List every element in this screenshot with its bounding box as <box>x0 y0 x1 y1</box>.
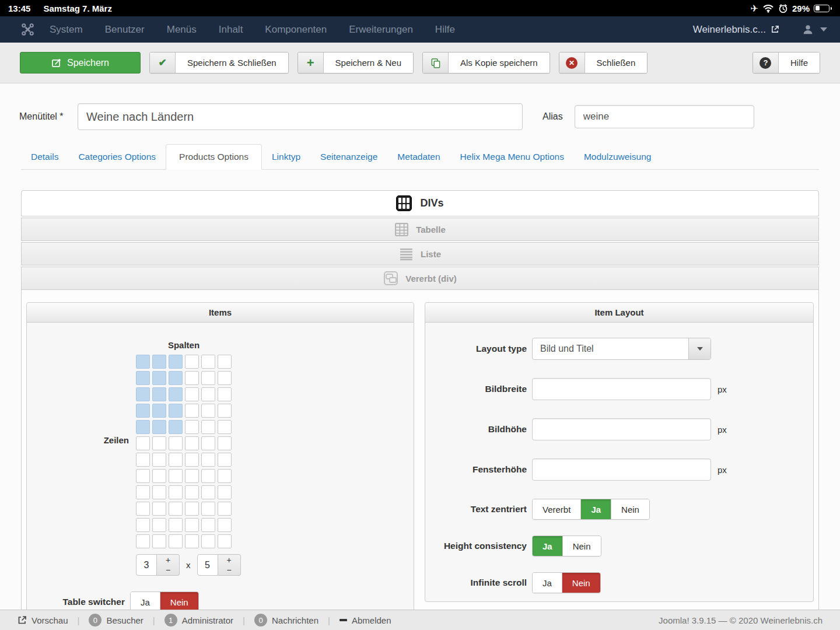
grid-cell-r4-c6[interactable] <box>218 404 232 418</box>
table-switcher-ja-button[interactable]: Ja <box>131 592 160 612</box>
rows-decrement-button[interactable]: − <box>218 565 240 576</box>
nav-item-system[interactable]: System <box>50 24 83 36</box>
text-zentriert-ja-button[interactable]: Ja <box>581 499 611 519</box>
grid-cell-r3-c5[interactable] <box>201 387 215 401</box>
logout-link[interactable]: Abmelden <box>340 615 391 625</box>
rows-increment-button[interactable]: + <box>218 555 240 565</box>
height-consistency-ja-button[interactable]: Ja <box>533 536 563 556</box>
help-button[interactable]: ? Hilfe <box>752 52 820 74</box>
grid-cell-r6-c6[interactable] <box>218 436 232 450</box>
grid-cell-r8-c2[interactable] <box>152 469 166 483</box>
rows-value-input[interactable] <box>197 554 218 576</box>
infinite-scroll-nein-button[interactable]: Nein <box>562 573 600 593</box>
grid-cell-r7-c6[interactable] <box>218 453 232 467</box>
user-menu[interactable] <box>802 23 827 36</box>
tab-linktyp[interactable]: Linktyp <box>262 145 310 169</box>
grid-cell-r9-c1[interactable] <box>136 485 150 499</box>
nav-item-menus[interactable]: Menüs <box>167 24 197 36</box>
nav-item-benutzer[interactable]: Benutzer <box>105 24 145 36</box>
grid-cell-r11-c4[interactable] <box>185 518 199 532</box>
grid-cell-r10-c2[interactable] <box>152 502 166 516</box>
grid-cell-r1-c1[interactable] <box>136 355 150 369</box>
grid-cell-r1-c6[interactable] <box>218 355 232 369</box>
grid-cell-r11-c6[interactable] <box>218 518 232 532</box>
text-zentriert-nein-button[interactable]: Nein <box>611 499 649 519</box>
grid-cell-r10-c3[interactable] <box>169 502 183 516</box>
grid-cell-r2-c4[interactable] <box>185 371 199 385</box>
grid-cell-r5-c6[interactable] <box>218 420 232 434</box>
fensterhoehe-input[interactable] <box>532 459 711 481</box>
grid-cell-r8-c5[interactable] <box>201 469 215 483</box>
layout-type-select[interactable]: Bild und Titel <box>532 338 711 360</box>
grid-cell-r2-c6[interactable] <box>218 371 232 385</box>
messages-link[interactable]: 0 Nachrichten <box>254 614 318 626</box>
table-switcher-nein-button[interactable]: Nein <box>160 592 198 612</box>
grid-cell-r9-c2[interactable] <box>152 485 166 499</box>
grid-cell-r5-c2[interactable] <box>152 420 166 434</box>
grid-cell-r9-c3[interactable] <box>169 485 183 499</box>
grid-cell-r8-c1[interactable] <box>136 469 150 483</box>
grid-cell-r7-c1[interactable] <box>136 453 150 467</box>
tab-seitenanzeige[interactable]: Seitenanzeige <box>310 145 387 169</box>
grid-cell-r6-c4[interactable] <box>185 436 199 450</box>
columns-value-input[interactable] <box>136 554 157 576</box>
grid-cell-r12-c3[interactable] <box>169 534 183 548</box>
save-copy-button[interactable]: Als Kopie speichern <box>422 52 550 74</box>
text-zentriert-vererbt-button[interactable]: Vererbt <box>533 499 581 519</box>
grid-cell-r12-c6[interactable] <box>218 534 232 548</box>
nav-item-erweiterungen[interactable]: Erweiterungen <box>349 24 413 36</box>
save-close-button[interactable]: ✔ Speichern & Schließen <box>149 52 289 74</box>
grid-cell-r12-c2[interactable] <box>152 534 166 548</box>
accordion-tabelle[interactable]: Tabelle <box>21 218 819 241</box>
tab-helix-mega-menu-options[interactable]: Helix Mega Menu Options <box>450 145 574 169</box>
grid-cell-r3-c6[interactable] <box>218 387 232 401</box>
tab-details[interactable]: Details <box>21 145 68 169</box>
grid-cell-r1-c3[interactable] <box>169 355 183 369</box>
grid-cell-r12-c1[interactable] <box>136 534 150 548</box>
grid-cell-r10-c1[interactable] <box>136 502 150 516</box>
grid-cell-r6-c1[interactable] <box>136 436 150 450</box>
grid-cell-r7-c5[interactable] <box>201 453 215 467</box>
grid-cell-r2-c1[interactable] <box>136 371 150 385</box>
accordion-liste[interactable]: Liste <box>21 242 819 265</box>
grid-cell-r9-c4[interactable] <box>185 485 199 499</box>
grid-cell-r10-c4[interactable] <box>185 502 199 516</box>
preview-link[interactable]: Vorschau <box>18 615 68 625</box>
columns-decrement-button[interactable]: − <box>157 565 179 576</box>
tab-products-options[interactable]: Products Options <box>166 144 262 170</box>
grid-cell-r2-c5[interactable] <box>201 371 215 385</box>
save-button[interactable]: Speichern <box>20 52 141 74</box>
grid-cell-r9-c5[interactable] <box>201 485 215 499</box>
grid-cell-r4-c4[interactable] <box>185 404 199 418</box>
site-preview-link[interactable]: Weinerlebnis.c... <box>693 24 779 36</box>
accordion-vererbt[interactable]: Vererbt (div) <box>21 267 819 290</box>
height-consistency-nein-button[interactable]: Nein <box>563 536 601 556</box>
nav-item-inhalt[interactable]: Inhalt <box>219 24 243 36</box>
grid-cell-r11-c3[interactable] <box>169 518 183 532</box>
administrator-link[interactable]: 1 Administrator <box>164 614 233 626</box>
grid-cell-r5-c1[interactable] <box>136 420 150 434</box>
save-new-button[interactable]: + Speichern & Neu <box>298 52 414 74</box>
close-button[interactable]: ✕ Schließen <box>559 52 648 74</box>
grid-cell-r5-c5[interactable] <box>201 420 215 434</box>
grid-cell-r1-c4[interactable] <box>185 355 199 369</box>
bildbreite-input[interactable] <box>532 378 711 400</box>
menu-title-input[interactable] <box>78 103 523 130</box>
grid-cell-r8-c4[interactable] <box>185 469 199 483</box>
grid-cell-r4-c3[interactable] <box>169 404 183 418</box>
grid-cell-r2-c2[interactable] <box>152 371 166 385</box>
accordion-divs[interactable]: DIVs <box>21 190 819 216</box>
grid-cell-r12-c5[interactable] <box>201 534 215 548</box>
grid-cell-r3-c4[interactable] <box>185 387 199 401</box>
grid-cell-r11-c2[interactable] <box>152 518 166 532</box>
grid-cell-r4-c5[interactable] <box>201 404 215 418</box>
nav-item-hilfe[interactable]: Hilfe <box>435 24 455 36</box>
tab-modulzuweisung[interactable]: Modulzuweisung <box>574 145 661 169</box>
tab-metadaten[interactable]: Metadaten <box>387 145 450 169</box>
grid-cell-r3-c2[interactable] <box>152 387 166 401</box>
grid-cell-r6-c2[interactable] <box>152 436 166 450</box>
grid-cell-r10-c6[interactable] <box>218 502 232 516</box>
grid-cell-r6-c3[interactable] <box>169 436 183 450</box>
grid-cell-r7-c3[interactable] <box>169 453 183 467</box>
grid-cell-r7-c4[interactable] <box>185 453 199 467</box>
